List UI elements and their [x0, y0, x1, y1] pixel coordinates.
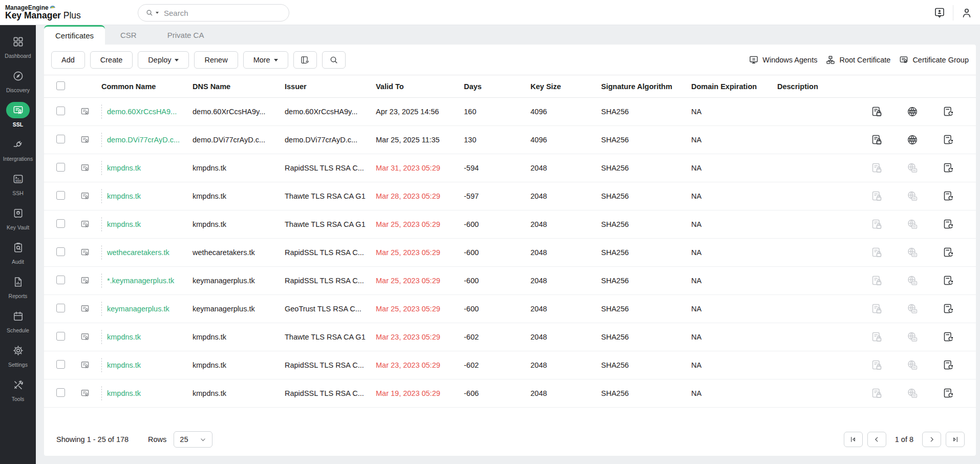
table-row[interactable]: kmpdns.tk kmpdns.tk Thawte TLS RSA CA G1… [44, 323, 976, 351]
certificate-lock-icon[interactable] [870, 359, 883, 371]
certificate-lock-icon[interactable] [870, 134, 883, 146]
certificate-renew-icon[interactable] [942, 359, 954, 371]
certificate-renew-icon[interactable] [942, 246, 954, 259]
sidebar-item-dashboard[interactable]: Dashboard [0, 29, 36, 64]
row-checkbox[interactable] [56, 388, 65, 397]
row-checkbox[interactable] [56, 360, 65, 369]
common-name-link[interactable]: kmpdns.tk [107, 333, 141, 341]
common-name-link[interactable]: kmpdns.tk [107, 164, 141, 172]
sidebar-item-tools[interactable]: Tools [0, 372, 36, 407]
valid-to-value: Mar 25, 2023 05:29 [376, 305, 464, 313]
certificate-renew-icon[interactable] [942, 331, 954, 343]
tab-certificates[interactable]: Certificates [44, 25, 105, 45]
prev-page-button[interactable] [867, 432, 886, 447]
sidebar-item-key-vault[interactable]: Key Vault [0, 201, 36, 235]
key-size-value: 2048 [530, 164, 601, 172]
more-button[interactable]: More [243, 51, 288, 69]
windows-agents-link[interactable]: Windows Agents [749, 55, 817, 65]
table-row[interactable]: demo.60XrCcsHA9... demo.60XrCcsHA9y... d… [44, 98, 976, 126]
sidebar-item-integrations[interactable]: Intergrations [0, 132, 36, 166]
renew-button[interactable]: Renew [194, 51, 238, 69]
certificate-lock-icon[interactable] [870, 190, 883, 202]
row-checkbox[interactable] [56, 191, 65, 200]
search-input[interactable] [164, 9, 282, 17]
create-button[interactable]: Create [90, 51, 133, 69]
certificate-renew-icon[interactable] [942, 134, 954, 146]
agent-download-icon[interactable] [933, 7, 946, 19]
sidebar-item-ssh[interactable]: SSH SSH [0, 166, 36, 201]
row-checkbox[interactable] [56, 304, 65, 312]
common-name-link[interactable]: keymanagerplus.tk [107, 305, 169, 313]
row-checkbox[interactable] [56, 107, 65, 115]
common-name-link[interactable]: kmpdns.tk [107, 361, 141, 369]
common-name-link[interactable]: kmpdns.tk [107, 389, 141, 397]
search-scope-caret[interactable] [156, 12, 159, 14]
certificate-lock-icon[interactable] [870, 387, 883, 399]
row-checkbox[interactable] [56, 163, 65, 172]
first-page-button[interactable] [844, 432, 863, 447]
sidebar-item-discovery[interactable]: Discovery [0, 64, 36, 98]
certificate-lock-icon[interactable] [870, 303, 883, 315]
table-row[interactable]: kmpdns.tk kmpdns.tk RapidSSL TLS RSA C..… [44, 379, 976, 408]
certificate-renew-icon[interactable] [942, 275, 954, 287]
row-checkbox[interactable] [56, 219, 65, 228]
common-name-link[interactable]: kmpdns.tk [107, 192, 141, 200]
sidebar-item-audit[interactable]: Audit [0, 235, 36, 269]
common-name-link[interactable]: wethecaretakers.tk [107, 248, 169, 257]
dns-globe-icon[interactable]: DNS [906, 106, 919, 118]
user-account-icon[interactable] [961, 7, 973, 19]
table-row[interactable]: wethecaretakers.tk wethecaretakers.tk Ra… [44, 239, 976, 267]
certificate-icon [80, 247, 90, 258]
certificate-lock-icon[interactable] [870, 275, 883, 287]
certificate-lock-icon[interactable] [870, 162, 883, 174]
tab-csr[interactable]: CSR [105, 25, 152, 45]
sidebar-item-ssl[interactable]: SSL [0, 98, 36, 132]
vault-icon [6, 205, 30, 221]
table-row[interactable]: kmpdns.tk kmpdns.tk Thawte TLS RSA CA G1… [44, 210, 976, 239]
certificate-renew-icon[interactable] [942, 303, 954, 315]
certificate-renew-icon[interactable] [942, 218, 954, 230]
table-row[interactable]: kmpdns.tk kmpdns.tk RapidSSL TLS RSA C..… [44, 154, 976, 182]
deploy-button[interactable]: Deploy [138, 51, 189, 69]
add-button[interactable]: Add [51, 51, 85, 69]
select-all-checkbox[interactable] [56, 81, 65, 90]
table-row[interactable]: keymanagerplus.tk keymanagerplus.tk GeoT… [44, 295, 976, 323]
issuer-value: RapidSSL TLS RSA C... [285, 277, 376, 285]
dns-globe-icon[interactable]: DNS [906, 134, 919, 146]
sidebar-label: Key Vault [7, 224, 29, 230]
common-name-link[interactable]: demo.60XrCcsHA9... [107, 108, 177, 116]
last-page-button[interactable] [946, 432, 965, 447]
certificate-renew-icon[interactable] [942, 190, 954, 202]
common-name-link[interactable]: *.keymanagerplus.tk [107, 277, 174, 285]
certificate-lock-icon[interactable] [870, 218, 883, 230]
column-settings-button[interactable] [293, 51, 317, 69]
common-name-link[interactable]: demo.DVi77crAyD.c... [107, 136, 180, 144]
row-checkbox[interactable] [56, 247, 65, 256]
sidebar-item-schedule[interactable]: Schedule [0, 304, 36, 338]
table-row[interactable]: demo.DVi77crAyD.c... demo.DVi77crAyD.c..… [44, 126, 976, 154]
rows-per-page-select[interactable]: 25 [174, 431, 212, 448]
certificate-lock-icon[interactable] [870, 331, 883, 343]
certificate-renew-icon[interactable] [942, 106, 954, 118]
row-checkbox[interactable] [56, 332, 65, 341]
certificate-renew-icon[interactable] [942, 387, 954, 399]
row-checkbox[interactable] [56, 276, 65, 284]
row-checkbox[interactable] [56, 135, 65, 143]
table-row[interactable]: kmpdns.tk kmpdns.tk RapidSSL TLS RSA C..… [44, 351, 976, 379]
certificate-lock-icon[interactable] [870, 106, 883, 118]
sidebar-item-settings[interactable]: Settings [0, 338, 36, 372]
root-certificate-link[interactable]: Root Certificate [825, 55, 890, 65]
common-name-link[interactable]: kmpdns.tk [107, 220, 141, 228]
certificate-lock-icon[interactable] [870, 246, 883, 259]
certificate-group-link[interactable]: Certificate Group [899, 55, 969, 65]
issuer-value: demo.DVi77crAyD.c... [285, 136, 376, 144]
certificate-icon [80, 332, 90, 342]
tab-private-ca[interactable]: Private CA [152, 25, 220, 45]
table-search-button[interactable] [322, 51, 346, 69]
certificate-renew-icon[interactable] [942, 162, 954, 174]
table-row[interactable]: kmpdns.tk kmpdns.tk Thawte TLS RSA CA G1… [44, 182, 976, 210]
valid-to-value: Mar 31, 2023 05:29 [376, 164, 464, 172]
table-row[interactable]: *.keymanagerplus.tk keymanagerplus.tk Ra… [44, 267, 976, 295]
next-page-button[interactable] [922, 432, 941, 447]
sidebar-item-reports[interactable]: Reports [0, 269, 36, 304]
